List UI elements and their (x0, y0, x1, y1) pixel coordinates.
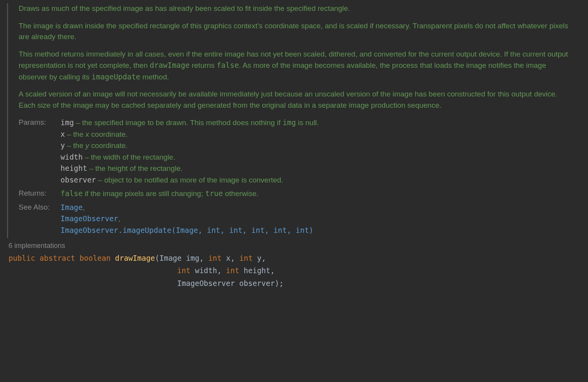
param: observer (239, 279, 275, 287)
comma: , (118, 215, 120, 223)
comma: , (230, 254, 235, 262)
rparen: ) (275, 279, 279, 287)
param-row: img – the specified image to be drawn. T… (61, 117, 572, 129)
type: ImageObserver (177, 279, 235, 287)
comma: , (270, 266, 275, 275)
javadoc-para: This method returns immediately in all c… (19, 49, 572, 83)
sp (235, 279, 239, 287)
inline-code: img (283, 118, 296, 127)
param: x (226, 254, 230, 262)
comma: , (199, 254, 204, 262)
doc-border (7, 3, 8, 238)
inline-code: drawImage (150, 61, 190, 69)
inline-code: false (217, 61, 239, 69)
seealso-link[interactable]: Image (61, 203, 83, 212)
sp (111, 254, 115, 262)
sp (239, 266, 244, 275)
sp (190, 266, 195, 275)
sp (252, 254, 257, 262)
seealso-link[interactable]: ImageObserver (61, 214, 118, 223)
returns-label: Returns: (19, 188, 61, 199)
doc-gutter (0, 3, 15, 238)
text: returns (190, 61, 217, 69)
javadoc-para: The image is drawn inside the specified … (19, 21, 572, 43)
param-row: width – the width of the rectangle. (61, 151, 572, 163)
indent (9, 266, 177, 275)
keyword-int: int (177, 266, 190, 275)
text: if the image pixels are still changing; (83, 189, 205, 198)
keyword-boolean: boolean (80, 254, 111, 262)
seealso-link[interactable]: ImageObserver.imageUpdate(Image, int, in… (61, 226, 313, 234)
param-row: observer – object to be notified as more… (61, 174, 572, 186)
param-var: x (85, 130, 89, 138)
keyword-int: int (226, 266, 239, 275)
params-body: img – the specified image to be drawn. T… (61, 117, 572, 186)
text: otherwise. (223, 189, 259, 198)
inline-code: true (205, 189, 223, 198)
param-sep: – the (65, 130, 85, 138)
param-sep: – the (65, 141, 85, 150)
param-name: height (61, 164, 87, 172)
param-desc: – the width of the rectangle. (83, 153, 175, 161)
param-desc: coordinate. (89, 141, 128, 150)
seealso-label: See Also: (19, 202, 61, 213)
param-name: img (61, 118, 74, 127)
param-desc: – the specified image to be drawn. This … (74, 119, 282, 127)
javadoc-summary: Draws as much of the specified image as … (19, 3, 572, 14)
sp (35, 254, 40, 262)
doc-content: Draws as much of the specified image as … (15, 3, 588, 238)
javadoc-para: A scaled version of an image will not ne… (19, 89, 572, 111)
comma: , (83, 203, 85, 212)
param-row: y – the y coordinate. (61, 140, 572, 151)
param-row: x – the x coordinate. (61, 129, 572, 140)
sp (221, 254, 226, 262)
sp (221, 266, 226, 275)
param-name: observer (61, 176, 96, 184)
sp (75, 254, 80, 262)
comma: , (217, 266, 221, 275)
keyword-abstract: abstract (40, 254, 75, 262)
type: Image (159, 254, 182, 262)
param: width (195, 266, 217, 275)
returns-section: Returns: false if the image pixels are s… (19, 188, 572, 200)
params-label: Params: (19, 117, 61, 128)
param: height (244, 266, 270, 275)
param-desc: coordinate. (89, 130, 128, 138)
sp (235, 254, 239, 262)
params-section: Params: img – the specified image to be … (19, 117, 572, 186)
text: method. (140, 73, 169, 81)
keyword-int: int (239, 254, 252, 262)
method-name: drawImage (115, 254, 155, 262)
param-desc: is null. (296, 119, 319, 127)
param-desc: – the height of the rectangle. (87, 164, 183, 172)
seealso-section: See Also: Image, ImageObserver, ImageObs… (19, 202, 572, 236)
seealso-body: Image, ImageObserver, ImageObserver.imag… (61, 202, 572, 236)
param: img (186, 254, 199, 262)
sp (204, 254, 208, 262)
lparen: ( (155, 254, 159, 262)
comma: , (261, 254, 266, 262)
sp (182, 254, 186, 262)
keyword-int: int (208, 254, 221, 262)
method-signature[interactable]: public abstract boolean drawImage(Image … (0, 252, 588, 289)
param-desc: – object to be notified as more of the i… (96, 176, 284, 184)
inline-code: imageUpdate (92, 72, 140, 81)
param: y (257, 254, 261, 262)
param-row: height – the height of the rectangle. (61, 163, 572, 174)
javadoc-block: Draws as much of the specified image as … (0, 0, 588, 238)
indent (9, 279, 177, 287)
semicolon: ; (279, 279, 284, 287)
keyword-public: public (9, 254, 35, 262)
inline-code: false (61, 189, 83, 198)
param-name: x (61, 130, 65, 138)
implementations-hint[interactable]: 6 implementations (0, 241, 588, 251)
param-var: y (85, 141, 89, 150)
param-name: y (61, 141, 65, 150)
param-name: width (61, 153, 83, 161)
returns-body: false if the image pixels are still chan… (61, 188, 572, 200)
